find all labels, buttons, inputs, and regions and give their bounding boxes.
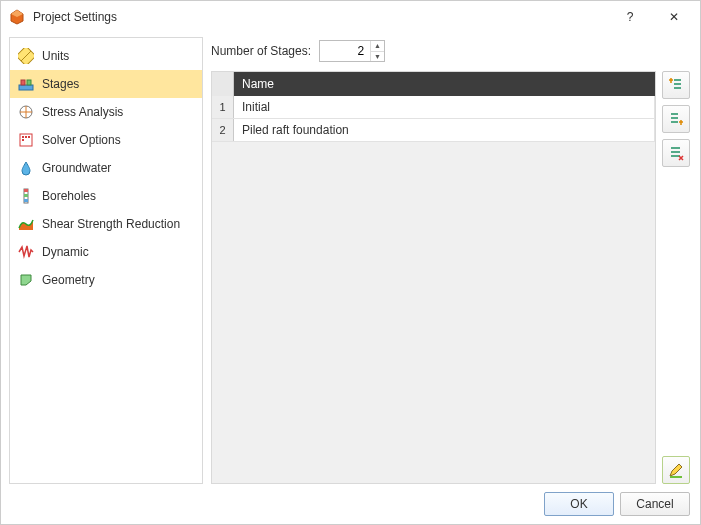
close-button[interactable]: ✕ [652,2,696,32]
sidebar-item-label: Groundwater [42,161,111,175]
title-bar: Project Settings ? ✕ [1,1,700,33]
stage-count-spinner[interactable]: ▲ ▼ [319,40,385,62]
stage-count-row: Number of Stages: ▲ ▼ [211,37,656,65]
sidebar-item-boreholes[interactable]: Boreholes [10,182,202,210]
sidebar-item-label: Boreholes [42,189,96,203]
settings-sidebar: Units Stages Stress Analysis Solver Opti… [9,37,203,484]
water-icon [18,160,34,176]
sidebar-item-label: Dynamic [42,245,89,259]
insert-after-icon [668,111,684,127]
sidebar-item-dynamic[interactable]: Dynamic [10,238,202,266]
table-side-buttons [662,37,692,484]
svg-rect-14 [24,199,28,202]
row-index: 2 [212,119,234,141]
svg-rect-2 [19,85,33,90]
header-name-cell: Name [234,72,655,96]
sidebar-item-label: Stress Analysis [42,105,123,119]
svg-rect-6 [20,134,32,146]
sidebar-item-stress-analysis[interactable]: Stress Analysis [10,98,202,126]
stages-table: Name 1 Initial 2 Piled raft foundation [211,71,656,484]
sidebar-item-label: Stages [42,77,79,91]
sidebar-item-ssr[interactable]: Shear Strength Reduction [10,210,202,238]
ssr-icon [18,216,34,232]
window-title: Project Settings [33,10,117,24]
svg-rect-9 [28,136,30,138]
row-name[interactable]: Initial [234,96,655,118]
sidebar-item-groundwater[interactable]: Groundwater [10,154,202,182]
table-row[interactable]: 1 Initial [212,96,655,119]
spinner-up-button[interactable]: ▲ [371,41,384,52]
insert-stage-after-button[interactable] [662,105,690,133]
delete-stage-button[interactable] [662,139,690,167]
stress-icon [18,104,34,120]
sidebar-item-label: Solver Options [42,133,121,147]
solver-icon [18,132,34,148]
delete-row-icon [668,145,684,161]
sidebar-item-label: Geometry [42,273,95,287]
svg-rect-7 [22,136,24,138]
table-row[interactable]: 2 Piled raft foundation [212,119,655,142]
svg-rect-3 [21,80,25,85]
sidebar-item-label: Units [42,49,69,63]
sidebar-item-stages[interactable]: Stages [10,70,202,98]
row-index: 1 [212,96,234,118]
sidebar-item-label: Shear Strength Reduction [42,217,180,231]
ok-button[interactable]: OK [544,492,614,516]
stages-icon [18,76,34,92]
svg-rect-10 [22,139,24,141]
row-name[interactable]: Piled raft foundation [234,119,655,141]
borehole-icon [18,188,34,204]
main-panel: Number of Stages: ▲ ▼ Name 1 Initial [211,37,692,484]
sidebar-item-solver-options[interactable]: Solver Options [10,126,202,154]
cancel-button[interactable]: Cancel [620,492,690,516]
stage-count-label: Number of Stages: [211,44,311,58]
svg-rect-12 [24,189,28,192]
edit-stage-button[interactable] [662,456,690,484]
sidebar-item-geometry[interactable]: Geometry [10,266,202,294]
help-button[interactable]: ? [608,2,652,32]
svg-rect-8 [25,136,27,138]
ruler-icon [18,48,34,64]
stage-count-input[interactable] [320,41,370,61]
dynamic-icon [18,244,34,260]
geometry-icon [18,272,34,288]
spinner-down-button[interactable]: ▼ [371,52,384,62]
header-index-cell [212,72,234,96]
app-icon [9,9,25,25]
svg-rect-4 [27,80,31,85]
dialog-footer: OK Cancel [1,484,700,524]
pencil-icon [668,462,684,478]
svg-rect-13 [24,194,28,197]
sidebar-item-units[interactable]: Units [10,42,202,70]
insert-before-icon [668,77,684,93]
insert-stage-before-button[interactable] [662,71,690,99]
table-header: Name [212,72,655,96]
